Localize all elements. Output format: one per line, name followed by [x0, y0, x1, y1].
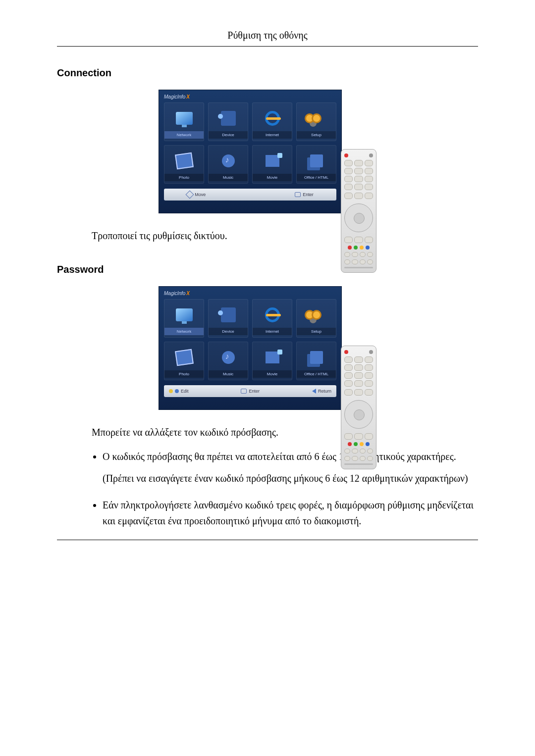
num-key[interactable]: [344, 176, 353, 182]
remote-color-keys: [348, 246, 370, 250]
power-icon[interactable]: [344, 153, 348, 157]
app-logo: MagicInfo X: [164, 291, 336, 296]
num-key[interactable]: [365, 160, 373, 166]
tile-device[interactable]: Device: [208, 102, 248, 141]
func-key[interactable]: [344, 237, 353, 243]
num-key[interactable]: [365, 356, 373, 363]
section-heading-connection: Connection: [57, 67, 478, 79]
tile-setup[interactable]: Setup: [296, 102, 336, 141]
media-key[interactable]: [352, 259, 358, 264]
media-key[interactable]: [360, 449, 366, 454]
tile-photo[interactable]: Photo: [164, 145, 204, 184]
num-key[interactable]: [354, 364, 363, 371]
num-key[interactable]: [344, 356, 353, 363]
media-key[interactable]: [360, 259, 366, 264]
power-icon[interactable]: [344, 350, 348, 354]
num-key[interactable]: [354, 372, 363, 379]
connection-description: Τροποποιεί τις ρυθμίσεις δικτύου.: [92, 228, 478, 243]
tile-movie[interactable]: Movie: [252, 342, 292, 380]
media-key[interactable]: [352, 456, 358, 461]
blue-key[interactable]: [366, 246, 370, 250]
func-key[interactable]: [344, 193, 353, 199]
tile-music[interactable]: Music: [208, 145, 248, 184]
tile-internet[interactable]: Internet: [252, 102, 292, 141]
green-key[interactable]: [354, 442, 358, 446]
internet-icon: [265, 111, 280, 126]
num-key[interactable]: [365, 380, 373, 387]
yellow-key[interactable]: [360, 442, 364, 446]
num-key[interactable]: [344, 380, 353, 387]
hint-bar: Edit Enter Return: [164, 385, 336, 397]
func-key[interactable]: [354, 389, 363, 396]
remote-nav-pad[interactable]: [344, 203, 373, 232]
num-key[interactable]: [354, 176, 363, 182]
num-key[interactable]: [354, 380, 363, 387]
num-key[interactable]: [344, 168, 353, 174]
tile-movie[interactable]: Movie: [252, 145, 292, 184]
num-key[interactable]: [365, 184, 373, 190]
num-key[interactable]: [344, 372, 353, 379]
screenshot-connection: MagicInfo X Network Device Internet Setu…: [57, 90, 478, 213]
monitor-icon: [176, 112, 193, 125]
media-key[interactable]: [352, 252, 358, 257]
tv-screen: MagicInfo X Network Device Internet Setu…: [159, 286, 342, 410]
num-key[interactable]: [365, 372, 373, 379]
num-key[interactable]: [344, 160, 353, 166]
yellow-key[interactable]: [360, 246, 364, 250]
media-key[interactable]: [344, 449, 350, 454]
blue-key[interactable]: [366, 442, 370, 446]
num-key[interactable]: [354, 168, 363, 174]
source-icon[interactable]: [369, 153, 373, 157]
media-key[interactable]: [344, 252, 350, 257]
source-icon[interactable]: [369, 350, 373, 354]
tile-network[interactable]: Network: [164, 102, 204, 141]
num-key[interactable]: [344, 364, 353, 371]
num-key[interactable]: [365, 364, 373, 371]
media-key[interactable]: [367, 449, 373, 454]
media-key[interactable]: [367, 456, 373, 461]
media-key[interactable]: [344, 456, 350, 461]
red-key[interactable]: [348, 246, 352, 250]
green-key[interactable]: [354, 246, 358, 250]
num-key[interactable]: [344, 184, 353, 190]
func-key[interactable]: [354, 433, 363, 440]
tile-office[interactable]: Office / HTML: [296, 145, 336, 184]
func-key[interactable]: [365, 237, 373, 243]
tile-internet[interactable]: Internet: [252, 299, 292, 338]
tile-music[interactable]: Music: [208, 342, 248, 380]
remote-media-row: [344, 252, 373, 257]
num-key[interactable]: [354, 184, 363, 190]
func-key[interactable]: [365, 193, 373, 199]
num-key[interactable]: [354, 356, 363, 363]
tile-device[interactable]: Device: [208, 299, 248, 338]
media-key[interactable]: [360, 252, 366, 257]
return-icon: [312, 389, 316, 394]
remote-media-row2: [344, 456, 373, 461]
office-icon: [310, 154, 323, 167]
remote-func-row2: [344, 237, 373, 243]
tile-office[interactable]: Office / HTML: [296, 342, 336, 380]
tile-photo[interactable]: Photo: [164, 342, 204, 380]
func-key[interactable]: [344, 389, 353, 396]
media-key[interactable]: [367, 252, 373, 257]
media-key[interactable]: [367, 259, 373, 264]
media-key[interactable]: [360, 456, 366, 461]
remote-media-row2: [344, 259, 373, 264]
func-key[interactable]: [354, 193, 363, 199]
movie-icon: [266, 352, 279, 363]
func-key[interactable]: [365, 389, 373, 396]
func-key[interactable]: [365, 433, 373, 440]
tile-grid: Network Device Internet Setup Photo Musi…: [164, 102, 336, 184]
func-key[interactable]: [344, 433, 353, 440]
func-key[interactable]: [354, 237, 363, 243]
red-key[interactable]: [348, 442, 352, 446]
num-key[interactable]: [354, 160, 363, 166]
media-key[interactable]: [344, 259, 350, 264]
num-key[interactable]: [365, 168, 373, 174]
remote-nav-pad[interactable]: [344, 400, 373, 429]
media-key[interactable]: [352, 449, 358, 454]
tile-setup[interactable]: Setup: [296, 299, 336, 338]
remote-separator: [344, 463, 373, 465]
tile-network[interactable]: Network: [164, 299, 204, 338]
num-key[interactable]: [365, 176, 373, 182]
